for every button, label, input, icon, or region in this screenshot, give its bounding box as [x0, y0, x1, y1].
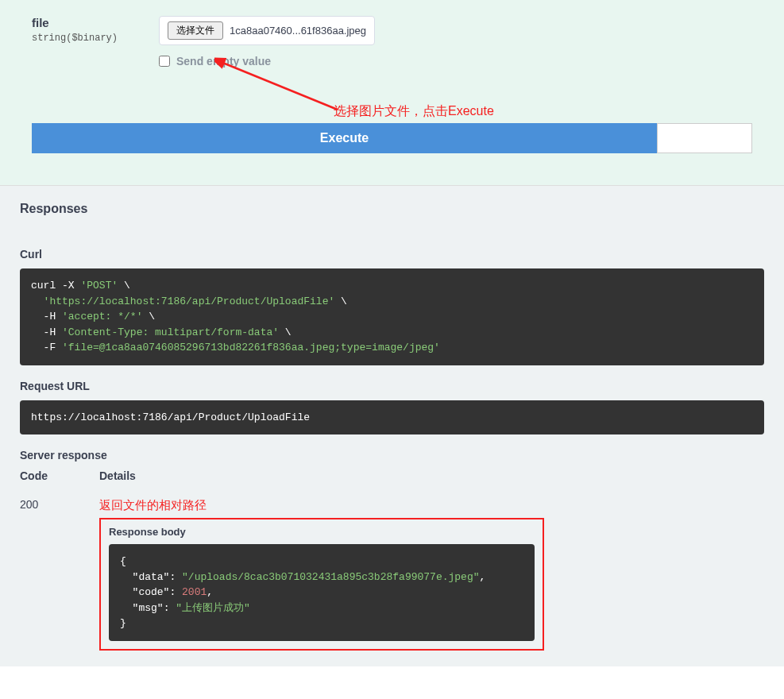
- param-name: file: [32, 16, 143, 29]
- responses-section: Responses Curl curl -X 'POST' \ 'https:/…: [0, 186, 784, 666]
- details-header: Details: [99, 469, 764, 482]
- response-body-label: Response body: [109, 526, 535, 538]
- response-details: 返回文件的相对路径 Response body { "data": "/uplo…: [99, 498, 544, 651]
- execute-button[interactable]: Execute: [32, 123, 657, 153]
- response-body-block[interactable]: { "data": "/uploads/8cac3b071032431a895c…: [109, 544, 535, 641]
- param-label: file string($binary): [32, 16, 143, 44]
- param-controls: 选择文件 1ca8aa07460...61f836aa.jpeg Send em…: [159, 16, 752, 68]
- responses-heading: Responses: [20, 202, 764, 216]
- execute-row: Execute: [32, 123, 752, 153]
- server-response-label: Server response: [20, 449, 764, 461]
- send-empty-label: Send empty value: [176, 55, 271, 68]
- param-type: string($binary): [32, 33, 143, 44]
- parameters-section: file string($binary) 选择文件 1ca8aa07460...…: [0, 0, 784, 186]
- execute-side-button[interactable]: [657, 123, 752, 153]
- choose-file-button[interactable]: 选择文件: [168, 21, 223, 40]
- svg-line-0: [221, 62, 338, 110]
- selected-file-name: 1ca8aa07460...61f836aa.jpeg: [230, 25, 366, 37]
- curl-label: Curl: [20, 248, 764, 261]
- response-row: 200 返回文件的相对路径 Response body { "data": "/…: [20, 498, 764, 651]
- send-empty-checkbox[interactable]: [159, 56, 170, 67]
- annotation-return-path: 返回文件的相对路径: [99, 498, 544, 513]
- request-url-block[interactable]: https://localhost:7186/api/Product/Uploa…: [20, 400, 764, 435]
- param-row-file: file string($binary) 选择文件 1ca8aa07460...…: [32, 16, 752, 68]
- curl-code-block[interactable]: curl -X 'POST' \ 'https://localhost:7186…: [20, 268, 764, 365]
- response-body-frame: Response body { "data": "/uploads/8cac3b…: [99, 518, 544, 651]
- code-header: Code: [20, 469, 99, 482]
- send-empty-value[interactable]: Send empty value: [159, 55, 752, 68]
- response-table-header: Code Details: [20, 469, 764, 482]
- file-input[interactable]: 选择文件 1ca8aa07460...61f836aa.jpeg: [159, 16, 375, 45]
- response-code: 200: [20, 498, 99, 651]
- annotation-select-file: 选择图片文件，点击Execute: [334, 103, 494, 120]
- request-url-label: Request URL: [20, 380, 764, 392]
